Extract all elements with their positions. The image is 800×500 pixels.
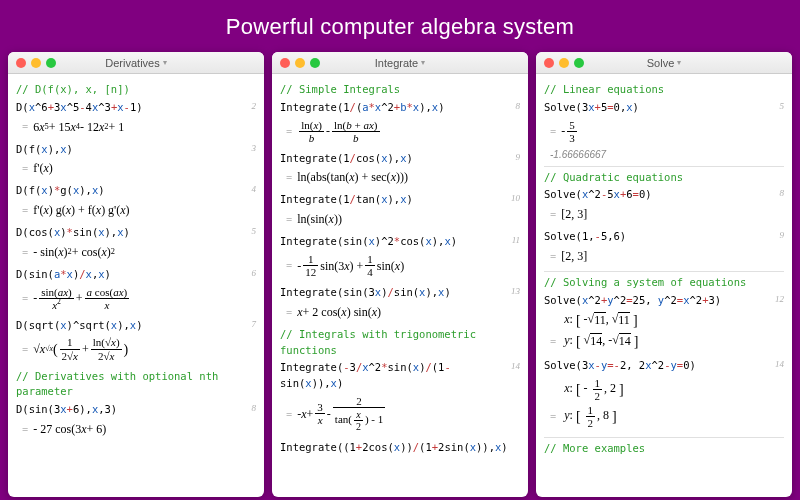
chevron-down-icon: ▾ [163, 58, 167, 67]
input-line[interactable]: Integrate(sin(3x)/sin(x),x)13 [280, 285, 520, 301]
close-icon[interactable] [16, 58, 26, 68]
output-line: = [2, 3] [544, 245, 784, 267]
titlebar[interactable]: Integrate▾ [272, 52, 528, 74]
input-line[interactable]: Integrate(sin(x)^2*cos(x),x)11 [280, 234, 520, 250]
input-line[interactable]: Solve(3x-y=-2, 2x^2-y=0)14 [544, 358, 784, 374]
pane-body[interactable]: // Linear equations Solve(3x+5=0,x)5 = -… [536, 74, 792, 497]
input-line[interactable]: Solve(x^2-5x+6=0)8 [544, 187, 784, 203]
line-number: 6 [252, 267, 257, 281]
pane-solve: Solve▾ // Linear equations Solve(3x+5=0,… [536, 52, 792, 497]
comment: // D(f(x), x, [n]) [16, 82, 256, 98]
chevron-down-icon: ▾ [421, 58, 425, 67]
input-line[interactable]: Solve(3x+5=0,x)5 [544, 100, 784, 116]
titlebar[interactable]: Derivatives▾ [8, 52, 264, 74]
line-number: 8 [252, 402, 257, 416]
separator [544, 437, 784, 438]
input-line[interactable]: Integrate(1/tan(x),x)10 [280, 192, 520, 208]
line-number: 11 [512, 234, 520, 248]
comment: // Solving a system of equations [544, 275, 784, 291]
pane-body[interactable]: // D(f(x), x, [n]) D(x^6+3x^5-4x^3+x-1)2… [8, 74, 264, 497]
minimize-icon[interactable] [559, 58, 569, 68]
comment: // Simple Integrals [280, 82, 520, 98]
pane-integrate: Integrate▾ // Simple Integrals Integrate… [272, 52, 528, 497]
window-controls [16, 58, 56, 68]
zoom-icon[interactable] [574, 58, 584, 68]
line-number: 9 [516, 151, 521, 165]
output-line: = -sin(ax)x2 + a cos(ax)x [16, 283, 256, 314]
output-line: = - x + 3x - 2tan(x2) - 1 [280, 392, 520, 436]
input-line[interactable]: D(f(x),x)3 [16, 142, 256, 158]
pane-derivatives: Derivatives▾ // D(f(x), x, [n]) D(x^6+3x… [8, 52, 264, 497]
line-number: 14 [511, 360, 520, 374]
titlebar[interactable]: Solve▾ [536, 52, 792, 74]
separator [544, 271, 784, 272]
comment: // Linear equations [544, 82, 784, 98]
line-number: 8 [780, 187, 785, 201]
line-number: 8 [516, 100, 521, 114]
line-number: 2 [252, 100, 257, 114]
line-number: 10 [511, 192, 520, 206]
output-line: = - 27 cos(3x + 6) [16, 418, 256, 440]
separator [544, 166, 784, 167]
line-number: 5 [252, 225, 257, 239]
output-line: = ln(abs(tan(x) + sec(x))) [280, 166, 520, 188]
comment: // More examples [544, 441, 784, 457]
line-number: 5 [780, 100, 785, 114]
output-line: = - sin(x)2 + cos(x)2 [16, 241, 256, 263]
chevron-down-icon: ▾ [677, 58, 681, 67]
output-line: = - 53 [544, 116, 784, 147]
comment: // Integrals with trigonometric function… [280, 327, 520, 359]
output-line: = x: [ -√11, √11 ] = y: [ √14, -√14 ] [544, 308, 784, 354]
input-line[interactable]: Integrate(1/(a*x^2+b*x),x)8 [280, 100, 520, 116]
minimize-icon[interactable] [295, 58, 305, 68]
input-line[interactable]: D(sqrt(x)^sqrt(x),x)7 [16, 318, 256, 334]
numeric-value: -1.66666667 [544, 147, 784, 162]
output-line: = ln(x)b - ln(b + ax)b [280, 116, 520, 147]
input-line[interactable]: D(sin(3x+6),x,3)8 [16, 402, 256, 418]
tagline: Powerful computer algebra system [0, 0, 800, 52]
comment: // Quadratic equations [544, 170, 784, 186]
line-number: 14 [775, 358, 784, 372]
window-controls [280, 58, 320, 68]
output-line: = x: [ - 12, 2 ] = y: [ 12, 8 ] [544, 374, 784, 432]
input-line[interactable]: D(x^6+3x^5-4x^3+x-1)2 [16, 100, 256, 116]
input-line[interactable]: Integrate(-3/x^2*sin(x)/(1-sin(x)),x)14 [280, 360, 520, 392]
input-line[interactable]: Solve(1,-5,6)9 [544, 229, 784, 245]
pane-body[interactable]: // Simple Integrals Integrate(1/(a*x^2+b… [272, 74, 528, 497]
panes-container: Derivatives▾ // D(f(x), x, [n]) D(x^6+3x… [0, 52, 800, 497]
input-line[interactable]: D(cos(x)*sin(x),x)5 [16, 225, 256, 241]
output-line: = f'(x) [16, 157, 256, 179]
line-number: 7 [252, 318, 257, 332]
output-line: = 6x5 + 15x4 - 12x2 + 1 [16, 116, 256, 138]
line-number: 4 [252, 183, 257, 197]
input-line[interactable]: Integrate((1+2cos(x))/(1+2sin(x)),x) [280, 440, 520, 456]
line-number: 12 [775, 293, 784, 307]
output-line: = ln(sin(x)) [280, 208, 520, 230]
zoom-icon[interactable] [46, 58, 56, 68]
window-controls [544, 58, 584, 68]
input-line[interactable]: D(sin(a*x)/x,x)6 [16, 267, 256, 283]
output-line: = [2, 3] [544, 203, 784, 225]
minimize-icon[interactable] [31, 58, 41, 68]
line-number: 3 [252, 142, 257, 156]
output-line: = √x√x ( 12√x + ln(√x)2√x ) [16, 333, 256, 364]
window-title[interactable]: Integrate▾ [375, 57, 425, 69]
close-icon[interactable] [544, 58, 554, 68]
window-title[interactable]: Solve▾ [647, 57, 682, 69]
input-line[interactable]: Integrate(1/cos(x),x)9 [280, 151, 520, 167]
window-title[interactable]: Derivatives▾ [105, 57, 166, 69]
line-number: 9 [780, 229, 785, 243]
input-line[interactable]: Solve(x^2+y^2=25, y^2=x^2+3)12 [544, 293, 784, 309]
zoom-icon[interactable] [310, 58, 320, 68]
close-icon[interactable] [280, 58, 290, 68]
comment: // Derivatives with optional nth paramet… [16, 369, 256, 401]
line-number: 13 [511, 285, 520, 299]
output-line: = x + 2 cos(x) sin(x) [280, 301, 520, 323]
output-line: = - 112 sin(3x) + 14 sin(x) [280, 250, 520, 281]
output-line: = f'(x) g(x) + f(x) g'(x) [16, 199, 256, 221]
input-line[interactable]: D(f(x)*g(x),x)4 [16, 183, 256, 199]
